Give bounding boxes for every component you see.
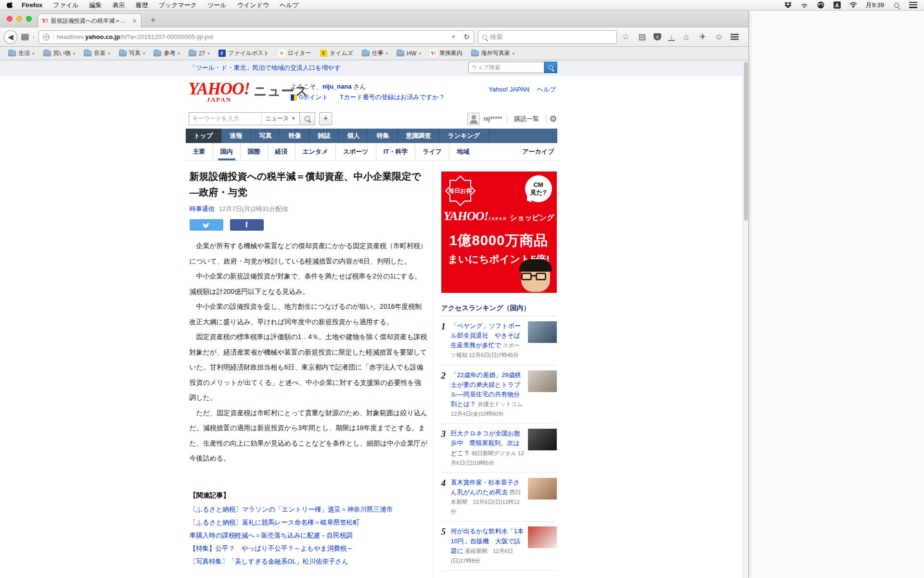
spotlight-icon[interactable] [893,1,900,9]
username-link[interactable]: niju_nana [322,83,352,90]
url-bar[interactable]: headlines.yahoo.co.jp/hl?a=20151207-0000… [38,30,460,44]
bookmark-item[interactable]: 参考 ▾ [150,48,183,59]
minimize-window-button[interactable] [16,16,22,22]
menubar-item-history[interactable]: 履歴 [136,1,148,10]
tab-close-icon[interactable]: ✕ [132,17,137,25]
ranking-thumbnail[interactable] [528,526,557,548]
pocket-icon[interactable]: ∨ [654,33,661,40]
bookmark-item[interactable]: 買い物 ▾ [40,48,79,59]
ranking-thumbnail[interactable] [528,429,557,450]
nav-tab[interactable]: 特集 [368,129,398,143]
bookmark-item[interactable]: 27 ▾ [185,49,213,58]
archive-link[interactable]: アーカイブ [522,147,554,156]
category-tab[interactable]: エンタメ [295,143,335,160]
ranking-item[interactable]: 2 「22歳年の差婚」29歳棋士が妻の弟夫婦とトラブル―同居住宅の共有物分割とは… [441,366,557,424]
creative-cloud-icon[interactable] [817,1,825,9]
wifi-icon[interactable] [849,1,857,9]
category-tab[interactable]: IT・科学 [376,143,415,160]
menubar-item-tools[interactable]: ツール [207,1,227,10]
related-link[interactable]: 〔ふるさと納税〕マラソンの「エントリー権」進呈＝神奈川県三浦市 [190,503,428,516]
hamburger-menu-icon[interactable] [731,34,739,40]
subscriptions-link[interactable]: 購読一覧 [514,115,539,123]
bookmark-item[interactable]: 写真 ▾ [116,48,149,59]
shopping-ad-banner[interactable]: 毎日お得 CM見た? YAHOO!JAPANショッピング 1億8000万商品 ま… [441,171,557,293]
points-link[interactable]: 0ポイント [299,92,328,103]
nav-tab[interactable]: 速報 [221,129,251,143]
menubar-item-edit[interactable]: 編集 [90,1,102,10]
source-link[interactable]: 時事通信 [190,205,215,212]
tcard-link[interactable]: Tカード番号の登録はお済みですか？ [340,92,445,103]
bookmark-star-icon[interactable]: ☆ [621,33,630,41]
profile-avatar-icon[interactable] [467,113,480,125]
keyword-search-button[interactable] [300,112,315,125]
related-link[interactable]: 〔写真特集〕「美しすぎる金融系OL」松川佑依子さん [190,555,428,568]
nav-tab[interactable]: トップ [186,129,222,143]
ranking-item[interactable]: 5 何が出るかな飲料水「1本10円」自販機 大阪で話題に 産経新聞 12月6日(… [441,522,557,571]
nav-tab[interactable]: 個人 [339,129,368,143]
bookmark-item[interactable]: 海外写真家 ▾ [468,48,518,59]
nav-tab[interactable]: 映像 [280,129,309,143]
ranking-item[interactable]: 3 巨大クロネコが全国お散歩中 愛猫家殺到、次はどこ？ 朝日新聞デジタル 12月… [441,424,557,473]
input-source-icon[interactable]: A [834,1,841,9]
related-link[interactable]: 車購入時の課税軽減へ＝販売落ち込みに配慮－自民税調 [190,529,428,542]
bookmark-item[interactable]: 音楽 ▾ [80,48,114,59]
account-name[interactable]: nij***** [484,115,502,122]
hello-smiley-icon[interactable]: ☺ [714,33,724,41]
browser-search-field[interactable]: 検索 [478,30,617,44]
menubar-item-window[interactable]: ウインドウ [237,1,270,10]
ranking-thumbnail[interactable] [528,321,557,343]
ranking-thumbnail[interactable] [528,370,557,392]
reload-button[interactable]: ↻ [460,30,474,44]
web-search-button[interactable] [544,62,557,73]
bookmark-item[interactable]: HW ▾ [393,49,424,58]
share-icon[interactable]: ✈ [698,33,707,41]
category-tab[interactable]: 地域 [449,143,476,160]
notification-center-icon[interactable] [909,2,917,8]
bookmark-item[interactable]: Y! 乗換案内 ▾ [426,48,466,59]
menubar-item-file[interactable]: ファイル [53,1,78,10]
topics-link[interactable]: 「ツール・ド・東北」民泊で地域の交流人口を増やす [186,64,341,72]
close-window-button[interactable] [7,16,13,22]
category-tab[interactable]: 国内 [213,143,240,160]
reading-list-icon[interactable]: ▤ [637,33,647,41]
yahoo-japan-link[interactable]: Yahoo! JAPAN [488,86,529,93]
menubar-clock[interactable]: 月9:39 [866,1,884,10]
url-dropdown-icon[interactable]: ▼ [451,34,456,39]
site-identity-globe-icon[interactable] [43,34,50,40]
menubar-item-view[interactable]: 表示 [113,1,125,10]
menubar-item-help[interactable]: ヘルプ [280,1,299,10]
scrollbar-thumb[interactable] [744,62,748,221]
search-scope-dropdown[interactable]: ニュース ▼ [261,113,300,125]
ranking-item[interactable]: 4 直木賞作家・杉本章子さん乳がんのため死去 西日本新聞 12月6日(日)11時… [441,473,557,522]
ranking-item[interactable]: 1 「ペヤング」ソフトボール部全員退社 やきそば生産業務が多忙で スポーツ報知 … [441,316,557,366]
bookmark-item[interactable]: T タイムズ ▾ [317,48,357,59]
related-link[interactable]: 【特集】公平？ やっぱり不公平？～よもやま消費税～ [190,542,428,555]
menubar-item-firefox[interactable]: Firefox [22,1,42,9]
category-tab[interactable]: 主要 [186,143,213,160]
related-link[interactable]: 〔ふるさと納税〕返礼に競馬レース命名権＝岐阜県笠松町 [190,516,428,529]
category-tab[interactable]: 経済 [268,143,295,160]
bookmark-item[interactable]: ✳ ロイター ▾ [275,48,315,59]
new-tab-button[interactable]: + [147,15,159,26]
ranking-thumbnail[interactable] [528,478,557,499]
help-link[interactable]: ヘルプ [537,86,556,93]
twitter-share-button[interactable] [190,219,223,231]
bookmark-item[interactable]: F ファイルポスト ▾ [215,48,273,59]
add-button[interactable]: + [319,112,332,125]
bookmark-item[interactable]: 生活 ▾ [5,48,38,59]
forward-button[interactable] [21,34,29,40]
bookmark-item[interactable]: 仕事 ▾ [359,48,392,59]
category-tab[interactable]: 国際 [240,143,268,160]
gear-icon[interactable]: ⚙ [549,114,557,124]
zoom-window-button[interactable] [26,16,32,22]
downloads-icon[interactable]: ↓ [668,33,675,41]
keyword-search-input[interactable] [189,115,261,122]
nav-tab[interactable]: 意識調査 [398,129,439,143]
dropbox-icon[interactable] [784,1,792,9]
category-tab[interactable]: スポーツ [335,143,376,160]
facebook-share-button[interactable]: f [230,219,264,231]
nav-tab[interactable]: 雑誌 [309,129,339,143]
page-scrollbar[interactable] [743,60,748,578]
back-button[interactable]: ◀ [4,30,17,44]
web-search-input[interactable] [468,62,544,73]
